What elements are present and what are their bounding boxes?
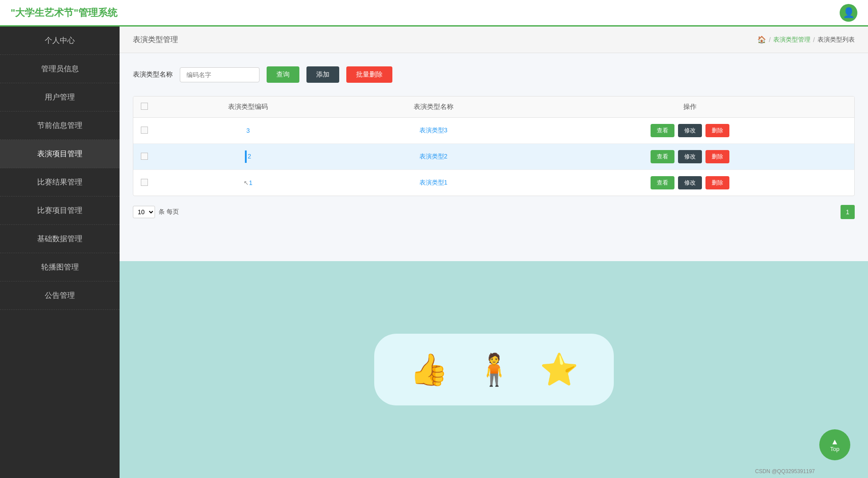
row2-edit-button[interactable]: 修改 <box>678 150 702 163</box>
bottom-icon-thumbsup: 👍 <box>410 351 448 388</box>
content-area: 表演类型名称 查询 添加 批量删除 表演类型编码 表演类型名称 <box>120 53 868 261</box>
batch-delete-button[interactable]: 批量删除 <box>346 66 392 83</box>
breadcrumb-home-icon[interactable]: 🏠 <box>757 35 766 44</box>
row1-checkbox-cell <box>133 118 155 144</box>
search-input[interactable] <box>180 67 260 82</box>
sidebar-item-admin-info[interactable]: 管理员信息 <box>0 55 120 83</box>
breadcrumb-sep1: / <box>769 36 771 43</box>
sidebar-item-personal-center[interactable]: 个人中心 <box>0 27 120 55</box>
row2-checkbox[interactable] <box>141 153 148 160</box>
search-bar: 表演类型名称 查询 添加 批量删除 <box>133 66 855 83</box>
pagination-pages: 1 <box>841 205 855 219</box>
row3-edit-button[interactable]: 修改 <box>678 176 702 189</box>
app-header: "大学生艺术节"管理系统 👤 <box>0 0 868 27</box>
sidebar-item-performance-project[interactable]: 表演项目管理 <box>0 140 120 168</box>
page-btn-1[interactable]: 1 <box>841 205 855 219</box>
user-avatar[interactable]: 👤 <box>840 4 857 22</box>
row1-actions-container: 查看 修改 删除 <box>531 124 849 137</box>
table-header-row: 表演类型编码 表演类型名称 操作 <box>133 96 854 118</box>
row3-actions-container: 查看 修改 删除 <box>531 176 849 189</box>
sidebar-item-pre-festival-info[interactable]: 节前信息管理 <box>0 112 120 140</box>
footer-text: CSDN @QQ3295391197 <box>755 468 815 474</box>
select-all-checkbox[interactable] <box>141 103 148 110</box>
table-row: ↖1 表演类型1 查看 修改 删除 <box>133 170 854 196</box>
page-title: 表演类型管理 <box>133 35 178 45</box>
table-col-code: 表演类型编码 <box>155 96 341 118</box>
row3-checkbox[interactable] <box>141 179 148 186</box>
main-content: 表演类型管理 🏠 / 表演类型管理 / 表演类型列表 表演类型名称 查询 添加 … <box>120 27 868 478</box>
per-page-select[interactable]: 10 20 50 <box>133 206 155 218</box>
row3-code: ↖1 <box>155 170 341 196</box>
breadcrumb-current: 表演类型列表 <box>818 36 855 44</box>
data-table: 表演类型编码 表演类型名称 操作 3 表演类型3 <box>133 96 854 196</box>
row2-checkbox-cell <box>133 144 155 170</box>
table-col-actions: 操作 <box>526 96 854 118</box>
bottom-icon-star: ⭐ <box>540 351 578 388</box>
bottom-section: 👍 🧍 ⭐ <box>120 261 868 478</box>
top-button-label: Top <box>830 446 840 452</box>
data-table-wrapper: 表演类型编码 表演类型名称 操作 3 表演类型3 <box>133 96 855 196</box>
cursor-bar <box>245 150 247 163</box>
add-button[interactable]: 添加 <box>306 66 339 83</box>
row2-view-button[interactable]: 查看 <box>651 150 674 163</box>
table-header-checkbox <box>133 96 155 118</box>
row1-delete-button[interactable]: 删除 <box>705 124 729 137</box>
table-col-name: 表演类型名称 <box>341 96 526 118</box>
row2-actions: 查看 修改 删除 <box>526 144 854 170</box>
sidebar-item-user-management[interactable]: 用户管理 <box>0 83 120 112</box>
row1-view-button[interactable]: 查看 <box>651 124 674 137</box>
page-header-bar: 表演类型管理 🏠 / 表演类型管理 / 表演类型列表 <box>120 27 868 53</box>
row1-code: 3 <box>155 118 341 144</box>
sidebar-item-basic-data[interactable]: 基础数据管理 <box>0 225 120 253</box>
row3-name: 表演类型1 <box>341 170 526 196</box>
table-row: 3 表演类型3 查看 修改 删除 <box>133 118 854 144</box>
app-title: "大学生艺术节"管理系统 <box>11 6 117 19</box>
row1-edit-button[interactable]: 修改 <box>678 124 702 137</box>
top-button[interactable]: ▲ Top <box>819 429 850 460</box>
main-layout: 个人中心 管理员信息 用户管理 节前信息管理 表演项目管理 比赛结果管理 比赛项… <box>0 27 868 478</box>
row3-delete-button[interactable]: 删除 <box>705 176 729 189</box>
sidebar-item-notice-management[interactable]: 公告管理 <box>0 281 120 310</box>
row1-checkbox[interactable] <box>141 127 148 134</box>
pagination-bar: 10 20 50 条 每页 1 <box>133 205 855 219</box>
table-row: 2 表演类型2 查看 修改 删除 <box>133 144 854 170</box>
breadcrumb-link-type-management[interactable]: 表演类型管理 <box>773 36 810 44</box>
avatar-icon: 👤 <box>843 7 855 19</box>
bottom-icon-person: 🧍 <box>475 351 513 388</box>
breadcrumb-sep2: / <box>813 36 815 43</box>
bottom-card: 👍 🧍 ⭐ <box>374 334 614 405</box>
row1-actions: 查看 修改 删除 <box>526 118 854 144</box>
top-button-arrow-icon: ▲ <box>831 438 839 446</box>
per-page-label: 条 每页 <box>159 208 179 216</box>
row1-name: 表演类型3 <box>341 118 526 144</box>
row3-checkbox-cell <box>133 170 155 196</box>
row2-delete-button[interactable]: 删除 <box>705 150 729 163</box>
row2-actions-container: 查看 修改 删除 <box>531 150 849 163</box>
sidebar-item-competition-project[interactable]: 比赛项目管理 <box>0 197 120 225</box>
row2-name: 表演类型2 <box>341 144 526 170</box>
sidebar: 个人中心 管理员信息 用户管理 节前信息管理 表演项目管理 比赛结果管理 比赛项… <box>0 27 120 478</box>
search-label: 表演类型名称 <box>133 70 173 79</box>
query-button[interactable]: 查询 <box>267 66 299 83</box>
sidebar-item-banner-management[interactable]: 轮播图管理 <box>0 253 120 281</box>
row2-code: 2 <box>155 144 341 170</box>
row3-actions: 查看 修改 删除 <box>526 170 854 196</box>
row3-view-button[interactable]: 查看 <box>651 176 674 189</box>
sidebar-item-competition-result[interactable]: 比赛结果管理 <box>0 168 120 197</box>
breadcrumb: 🏠 / 表演类型管理 / 表演类型列表 <box>757 35 855 44</box>
